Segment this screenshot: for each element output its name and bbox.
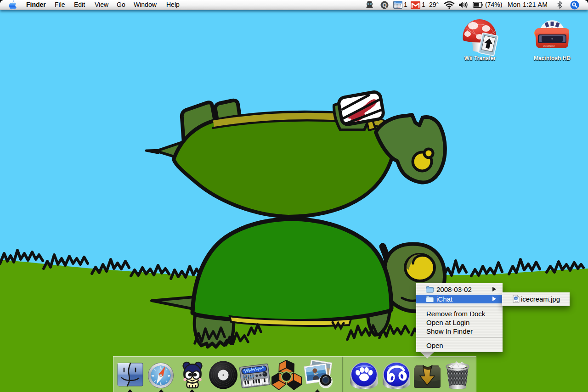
svg-text:E: E xyxy=(168,375,170,377)
svg-text:S: S xyxy=(160,382,162,385)
svg-text:N: N xyxy=(160,367,162,370)
svg-text:W: W xyxy=(152,375,154,377)
svg-text:Q: Q xyxy=(382,2,387,8)
svg-text:JPG: JPG xyxy=(514,301,518,302)
svg-text:ViewMaster: ViewMaster xyxy=(543,45,555,47)
